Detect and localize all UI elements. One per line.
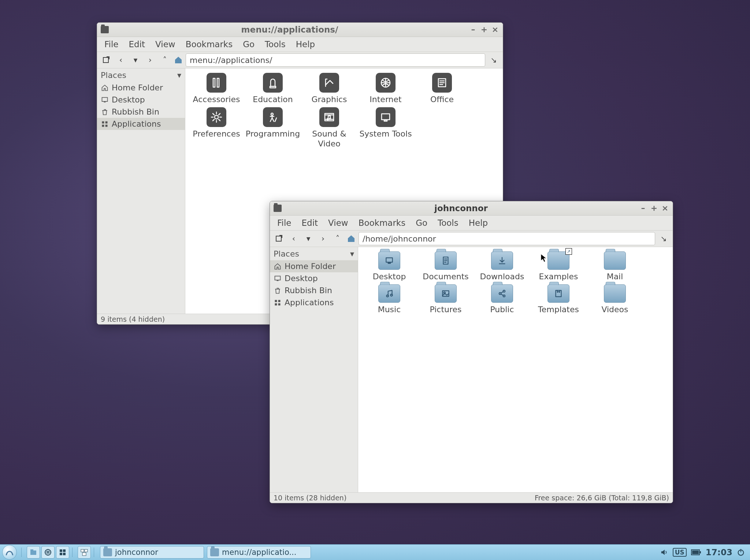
launcher-file-manager[interactable] — [27, 546, 40, 559]
sidebar-item-desktop[interactable]: Desktop — [97, 94, 185, 106]
menu-edit[interactable]: Edit — [298, 217, 322, 229]
sidebar-item-applications[interactable]: Applications — [270, 296, 358, 309]
clock[interactable]: 17:03 — [706, 548, 732, 557]
menu-help[interactable]: Help — [292, 38, 319, 51]
menu-view[interactable]: View — [152, 38, 179, 51]
category-system-tools[interactable]: System Tools — [357, 107, 414, 149]
folder-downloads[interactable]: Downloads — [474, 251, 530, 281]
separator — [21, 548, 24, 557]
minimize-button[interactable]: – — [638, 203, 649, 214]
go-button[interactable]: ↘ — [657, 232, 670, 245]
category-accessories[interactable]: Accessories — [188, 73, 245, 104]
folder-icon — [604, 284, 626, 303]
menu-file[interactable]: File — [101, 38, 122, 51]
launcher-browser[interactable] — [41, 546, 55, 559]
add-tab-button[interactable] — [100, 54, 112, 66]
svg-rect-17 — [276, 236, 281, 241]
titlebar[interactable]: johnconnor – + × — [270, 201, 673, 216]
category-office[interactable]: Office — [414, 73, 470, 104]
menu-bookmarks[interactable]: Bookmarks — [182, 38, 237, 51]
close-button[interactable]: × — [490, 24, 501, 35]
window-title: johnconnor — [285, 204, 638, 213]
path-entry[interactable]: menu://applications/ — [186, 53, 485, 67]
sidebar-item-rubbish-bin[interactable]: Rubbish Bin — [270, 284, 358, 296]
places-header[interactable]: Places ▾ — [270, 247, 358, 260]
sidebar-item-desktop[interactable]: Desktop — [270, 272, 358, 284]
taskbar-item[interactable]: menu://applicatio... — [207, 546, 311, 559]
folder-examples[interactable]: ↗Examples — [530, 251, 587, 281]
menu-bookmarks[interactable]: Bookmarks — [355, 217, 409, 229]
forward-button[interactable]: › — [317, 232, 329, 245]
maximize-button[interactable]: + — [479, 24, 490, 35]
places-header[interactable]: Places ▾ — [97, 68, 185, 82]
go-button[interactable]: ↘ — [487, 54, 500, 66]
show-desktop-button[interactable] — [78, 546, 91, 559]
history-dropdown[interactable]: ▾ — [129, 54, 142, 66]
svg-rect-44 — [82, 553, 86, 556]
folder-public[interactable]: Public — [474, 284, 530, 314]
up-button[interactable]: ˄ — [331, 232, 344, 245]
category-programming[interactable]: Programming — [245, 107, 301, 149]
titlebar[interactable]: menu://applications/ – + × — [97, 23, 503, 37]
svg-rect-40 — [60, 553, 62, 555]
menu-file[interactable]: File — [274, 217, 295, 229]
maximize-button[interactable]: + — [649, 203, 660, 214]
history-dropdown[interactable]: ▾ — [302, 232, 315, 245]
minimize-button[interactable]: – — [468, 24, 479, 35]
menu-tools[interactable]: Tools — [261, 38, 289, 51]
menu-tools[interactable]: Tools — [434, 217, 462, 229]
apps-icon — [274, 299, 282, 307]
folder-mail[interactable]: Mail — [587, 251, 643, 281]
programming-icon — [263, 107, 283, 127]
power-icon[interactable] — [737, 548, 745, 556]
graphics-icon — [319, 73, 339, 93]
sidebar-item-home-folder[interactable]: Home Folder — [270, 260, 358, 272]
sidebar-item-label: Home Folder — [112, 83, 163, 92]
menu-help[interactable]: Help — [465, 217, 491, 229]
launcher-app[interactable] — [56, 546, 69, 559]
path-entry[interactable]: /home/johnconnor — [359, 232, 655, 245]
menu-view[interactable]: View — [324, 217, 352, 229]
category-graphics[interactable]: Graphics — [301, 73, 357, 104]
forward-button[interactable]: › — [144, 54, 156, 66]
back-button[interactable]: ‹ — [287, 232, 300, 245]
svg-rect-9 — [270, 86, 276, 88]
folder-templates[interactable]: Templates — [530, 284, 587, 314]
start-menu-button[interactable] — [2, 545, 17, 560]
taskbar-item[interactable]: johnconnor — [100, 546, 204, 559]
add-tab-button[interactable] — [273, 232, 285, 245]
category-education[interactable]: Education — [245, 73, 301, 104]
svg-rect-41 — [63, 553, 66, 555]
menu-go[interactable]: Go — [239, 38, 258, 51]
menu-edit[interactable]: Edit — [125, 38, 149, 51]
desktop-icon — [274, 275, 282, 283]
status-left: 10 items (28 hidden) — [274, 494, 346, 502]
icon-grid[interactable]: DesktopDocumentsDownloads↗ExamplesMailMu… — [358, 247, 673, 492]
folder-music[interactable]: Music — [361, 284, 417, 314]
folder-documents[interactable]: Documents — [417, 251, 474, 281]
back-button[interactable]: ‹ — [115, 54, 127, 66]
path-text: menu://applications/ — [190, 56, 272, 65]
chevron-down-icon: ▾ — [350, 249, 354, 258]
sidebar-item-applications[interactable]: Applications — [97, 118, 185, 130]
folder-desktop[interactable]: Desktop — [361, 251, 417, 281]
category-preferences[interactable]: Preferences — [188, 107, 245, 149]
menu-go[interactable]: Go — [412, 217, 431, 229]
keyboard-layout-indicator[interactable]: US — [673, 548, 687, 557]
category-internet[interactable]: Internet — [357, 73, 414, 104]
home-path-icon[interactable] — [173, 55, 183, 65]
taskbar: johnconnormenu://applicatio... US 17:03 — [0, 544, 750, 560]
sidebar-header-label: Places — [274, 249, 299, 258]
close-button[interactable]: × — [660, 203, 671, 214]
battery-icon[interactable] — [691, 549, 701, 556]
folder-pictures[interactable]: Pictures — [417, 284, 474, 314]
window-title: menu://applications/ — [112, 25, 468, 34]
svg-rect-43 — [85, 549, 88, 552]
up-button[interactable]: ˄ — [159, 54, 171, 66]
sidebar-item-rubbish-bin[interactable]: Rubbish Bin — [97, 106, 185, 118]
sidebar-item-home-folder[interactable]: Home Folder — [97, 82, 185, 94]
home-path-icon[interactable] — [346, 234, 356, 244]
folder-videos[interactable]: Videos — [587, 284, 643, 314]
volume-icon[interactable] — [660, 548, 668, 556]
category-sound-video[interactable]: Sound & Video — [301, 107, 357, 149]
